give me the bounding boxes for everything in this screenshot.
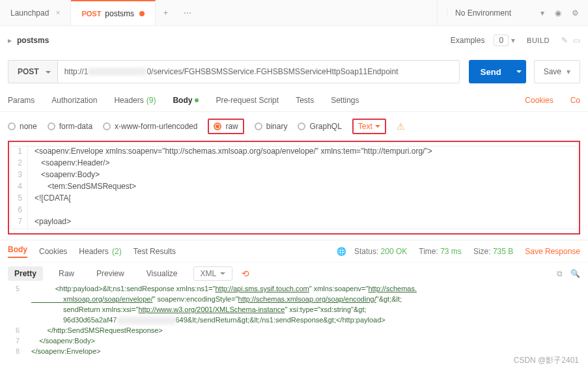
size-meta: Size: 735 B [473, 247, 513, 256]
restab-body[interactable]: Body [8, 245, 27, 258]
tab-prerequest[interactable]: Pre-request Script [216, 89, 279, 111]
tab-launchpad[interactable]: Launchpad× [0, 0, 71, 25]
body-type-row: none form-data x-www-form-urlencoded raw… [0, 112, 588, 139]
redacted-host [88, 68, 147, 76]
response-tabs: Body Cookies Headers (2) Test Results 🌐 … [0, 240, 588, 262]
save-response-button[interactable]: Save Response [525, 247, 580, 256]
method-select[interactable]: POST [8, 60, 57, 83]
examples-count[interactable]: 0 [494, 35, 509, 46]
tab-request[interactable]: POST postsms [71, 0, 156, 25]
add-tab-button[interactable]: + [156, 8, 176, 18]
status-meta: Status: 200 OK [354, 247, 407, 256]
wrap-icon[interactable]: ⟲ [242, 268, 249, 279]
request-title-row: ▸ postsms Examples 0 ▾ BUILD ✎ ▭ [0, 26, 588, 55]
format-highlighted: Text [352, 119, 386, 134]
restab-cookies[interactable]: Cookies [39, 247, 67, 256]
top-tabbar: Launchpad× POST postsms + ⋯ No Environme… [0, 0, 588, 26]
view-pretty[interactable]: Pretty [8, 266, 43, 281]
body-format-select[interactable]: Text [358, 122, 380, 131]
chevron-down-icon[interactable]: ▾ [511, 36, 515, 45]
url-row: POST http://1 0/services/FGHSBSMSService… [0, 55, 588, 89]
url-prefix: http://1 [64, 67, 89, 76]
close-icon[interactable]: × [55, 8, 60, 18]
response-line: <http:payload>&lt;ns1:sendResponse xmlns… [25, 285, 417, 295]
view-preview[interactable]: Preview [90, 266, 131, 281]
copy-icon[interactable]: ⧉ [557, 269, 563, 278]
request-name: postsms [17, 36, 49, 45]
url-input[interactable]: http://1 0/services/FGHSBSMSService.FGHS… [57, 60, 460, 83]
body-dot-icon [195, 98, 199, 102]
globe-icon[interactable]: 🌐 [337, 247, 346, 256]
tab-overflow-button[interactable]: ⋯ [176, 8, 199, 18]
method-value: POST [18, 67, 39, 76]
environment-label: No Environment [455, 8, 511, 18]
time-meta: Time: 73 ms [419, 247, 462, 256]
url-suffix: 0/services/FGHSBSMSService.FGHSBSMSServi… [147, 67, 398, 76]
examples-label: Examples [451, 36, 485, 45]
request-tabs: Params Authorization Headers(9) Body Pre… [0, 89, 588, 112]
edit-icon[interactable]: ✎ [561, 36, 568, 45]
response-view-row: Pretty Raw Preview Visualize XML ⟲ ⧉ 🔍 [0, 262, 588, 285]
watermark: CSDN @影子2401 [514, 355, 579, 366]
send-dropdown[interactable] [512, 60, 526, 83]
tab-headers[interactable]: Headers(9) [114, 89, 156, 111]
tab-label: Launchpad [10, 8, 49, 18]
radio-raw[interactable]: raw [214, 122, 238, 131]
chevron-right-icon[interactable]: ▸ [8, 36, 12, 45]
search-icon[interactable]: 🔍 [570, 269, 580, 278]
unsaved-dot-icon [139, 11, 145, 16]
radio-formdata[interactable]: form-data [48, 122, 92, 131]
response-format-select[interactable]: XML [193, 266, 233, 281]
radio-binary[interactable]: binary [255, 122, 288, 131]
code-link[interactable]: Co [570, 96, 580, 105]
view-raw[interactable]: Raw [52, 266, 81, 281]
tab-method: POST [81, 10, 101, 18]
code-line: <soapenv:Envelope xmlns:soapenv="http://… [28, 147, 432, 158]
line-number: 1 [11, 147, 28, 158]
environment-select[interactable]: No Environment ▾ [447, 8, 544, 18]
save-label: Save [544, 67, 561, 76]
restab-tests[interactable]: Test Results [133, 247, 176, 256]
editor-highlight: 1<soapenv:Envelope xmlns:soapenv="http:/… [8, 141, 580, 235]
request-body-editor[interactable]: 1<soapenv:Envelope xmlns:soapenv="http:/… [10, 146, 578, 229]
settings-icon[interactable]: ⚙ [572, 8, 579, 18]
restab-headers[interactable]: Headers (2) [79, 247, 121, 256]
send-label: Send [481, 67, 501, 77]
tab-tests[interactable]: Tests [296, 89, 314, 111]
tab-body[interactable]: Body [173, 89, 199, 111]
save-button[interactable]: Save▾ [534, 60, 580, 83]
tab-settings[interactable]: Settings [331, 89, 359, 111]
radio-urlencoded[interactable]: x-www-form-urlencoded [103, 122, 197, 131]
response-body-viewer[interactable]: 5 <http:payload>&lt;ns1:sendResponse xml… [0, 285, 588, 360]
warning-icon[interactable]: ⚠ [397, 121, 405, 132]
raw-highlighted: raw [208, 119, 244, 134]
environment-area: No Environment ▾ ◉ ⚙ [437, 0, 588, 25]
radio-none[interactable]: none [8, 122, 37, 131]
view-visualize[interactable]: Visualize [140, 266, 184, 281]
tab-authorization[interactable]: Authorization [51, 89, 97, 111]
tab-params[interactable]: Params [8, 89, 35, 111]
comment-icon[interactable]: ▭ [573, 36, 580, 45]
eye-icon[interactable]: ◉ [555, 8, 561, 18]
build-button[interactable]: BUILD [527, 36, 550, 44]
cookies-link[interactable]: Cookies [525, 96, 553, 105]
tab-label: postsms [105, 9, 134, 18]
send-button[interactable]: Send [469, 60, 514, 83]
redacted-value [117, 317, 176, 324]
radio-graphql[interactable]: GraphQL [298, 122, 341, 131]
